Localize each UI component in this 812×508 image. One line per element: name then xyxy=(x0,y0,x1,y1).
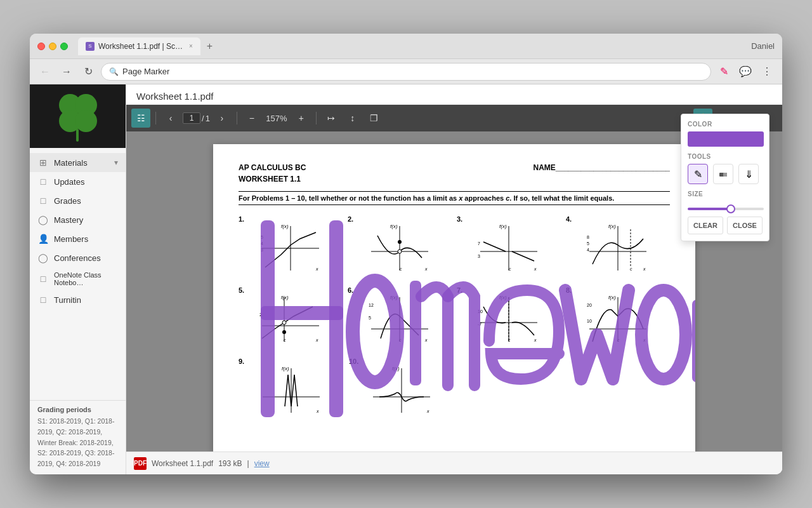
tab-close-icon[interactable]: × xyxy=(189,43,193,50)
graph-4: 4. f(x) 8 5 4 x c xyxy=(566,215,670,279)
tab-label: Worksheet 1.1.pdf | Sc… xyxy=(98,42,183,51)
bubble-icon-button[interactable]: 💬 xyxy=(737,63,754,81)
download-tool-button[interactable]: ⇓ xyxy=(738,164,759,184)
graphs-row-1: 1. f(x) x 5 4 3 xyxy=(239,215,670,279)
svg-text:x: x xyxy=(534,338,537,342)
svg-text:4: 4 xyxy=(261,241,263,246)
svg-text:f(x): f(x) xyxy=(499,224,507,229)
svg-text:x: x xyxy=(315,338,318,342)
eraser-tool-button[interactable] xyxy=(713,164,733,184)
onenote-label: OneNote Class Notebo… xyxy=(54,271,118,286)
close-button[interactable]: CLOSE xyxy=(727,217,763,234)
close-button[interactable] xyxy=(37,43,45,50)
zoom-out-button[interactable]: − xyxy=(242,109,261,128)
tab-favicon: S xyxy=(86,42,95,51)
svg-text:c: c xyxy=(399,338,402,342)
svg-text:x: x xyxy=(643,338,646,342)
svg-text:10: 10 xyxy=(478,309,483,314)
user-name: Daniel xyxy=(751,41,775,51)
svg-text:x: x xyxy=(315,267,318,271)
members-label: Members xyxy=(54,234,88,244)
graph-7: 7. f(x) 10 -7 x c xyxy=(457,286,561,350)
svg-text:f(x): f(x) xyxy=(282,366,289,371)
svg-text:5: 5 xyxy=(261,235,263,239)
forward-button[interactable]: → xyxy=(58,63,75,81)
svg-text:x: x xyxy=(424,338,428,342)
svg-text:7: 7 xyxy=(478,241,480,246)
svg-text:12: 12 xyxy=(369,303,374,307)
graph-5: 5. f(x) 2 x c xyxy=(239,286,343,350)
color-swatch[interactable] xyxy=(688,131,764,147)
active-tab[interactable]: S Worksheet 1.1.pdf | Sc… × xyxy=(78,37,200,55)
page-nav: / 1 xyxy=(183,112,210,124)
sidebar-thumbnail xyxy=(30,84,126,148)
address-text: Page Marker xyxy=(122,67,169,76)
minimize-button[interactable] xyxy=(49,43,56,50)
address-bar[interactable]: 🔍 Page Marker xyxy=(101,63,711,81)
svg-text:f(x): f(x) xyxy=(608,295,616,300)
svg-rect-74 xyxy=(692,300,695,382)
svg-text:f(x): f(x) xyxy=(390,224,398,229)
main-window: S Worksheet 1.1.pdf | Sc… × + Daniel ← →… xyxy=(30,34,782,474)
pen-icon-button[interactable]: ✎ xyxy=(715,63,733,81)
svg-text:4: 4 xyxy=(587,248,589,252)
mastery-icon: ◯ xyxy=(37,214,49,225)
fit-width-button[interactable]: ↦ xyxy=(322,109,341,128)
maximize-button[interactable] xyxy=(60,43,68,50)
svg-text:x: x xyxy=(424,267,428,271)
onenote-icon: □ xyxy=(37,273,49,284)
sidebar-nav: ⊞ Materials ▾ □ Updates □ Grades ◯ Maste… xyxy=(30,148,126,400)
pen-tool-button[interactable]: ✎ xyxy=(688,164,708,184)
toolbar-right: ✎ 💬 ⋮ xyxy=(715,63,776,81)
pdf-icon: PDF xyxy=(134,457,147,470)
svg-text:10: 10 xyxy=(587,319,592,323)
svg-text:c: c xyxy=(508,338,511,342)
svg-text:x: x xyxy=(534,267,537,271)
graph-3: 3. f(x) 7 3 x c xyxy=(457,215,561,279)
conferences-label: Conferences xyxy=(54,253,101,263)
sidebar-item-materials[interactable]: ⊞ Materials ▾ xyxy=(30,153,126,172)
grading-info-text: S1: 2018-2019, Q1: 2018-2019, Q2: 2018-2… xyxy=(37,416,118,469)
back-button[interactable]: ← xyxy=(36,63,54,81)
clover-image xyxy=(53,91,103,142)
grading-info-title: Grading periods xyxy=(37,406,118,413)
svg-text:5: 5 xyxy=(587,241,589,246)
sidebar-item-turnitin[interactable]: □ Turnitin xyxy=(30,290,126,309)
fit-page-button[interactable]: ↕ xyxy=(343,109,362,128)
footer-filename: Worksheet 1.1.pdf xyxy=(152,459,213,468)
more-options-button[interactable]: ⋮ xyxy=(758,63,776,81)
svg-text:c: c xyxy=(630,267,632,271)
sidebar-item-members[interactable]: 👤 Members xyxy=(30,229,126,248)
turnitin-label: Turnitin xyxy=(54,295,81,305)
svg-text:3: 3 xyxy=(478,254,480,258)
sidebar-item-mastery[interactable]: ◯ Mastery xyxy=(30,210,126,229)
next-page-button[interactable]: › xyxy=(213,109,232,128)
prev-page-button[interactable]: ‹ xyxy=(161,109,180,128)
sidebar-item-grades[interactable]: □ Grades xyxy=(30,191,126,210)
fullscreen-button[interactable]: ❐ xyxy=(365,109,384,128)
page-number-input[interactable] xyxy=(183,112,200,124)
search-icon: 🔍 xyxy=(109,67,119,76)
panel-actions: CLEAR CLOSE xyxy=(688,217,763,234)
svg-text:x: x xyxy=(316,409,319,413)
zoom-in-button[interactable]: + xyxy=(292,109,311,128)
sidebar-item-onenote[interactable]: □ OneNote Class Notebo… xyxy=(30,267,126,290)
pdf-footer: PDF Worksheet 1.1.pdf 193 kB | view xyxy=(126,451,782,474)
svg-point-34 xyxy=(282,330,286,334)
size-slider[interactable] xyxy=(688,208,764,210)
sidebar-item-updates[interactable]: □ Updates xyxy=(30,172,126,191)
sidebar-item-conferences[interactable]: ◯ Conferences xyxy=(30,248,126,267)
materials-icon: ⊞ xyxy=(37,157,49,168)
annotation-panel: COLOR TOOLS ✎ ⇓ SIZE CLEAR CLOSE xyxy=(681,114,769,241)
svg-text:x: x xyxy=(426,409,429,413)
thumbnail-view-button[interactable]: ☷ xyxy=(131,109,150,128)
clear-button[interactable]: CLEAR xyxy=(688,217,723,234)
new-tab-button[interactable]: + xyxy=(203,39,216,53)
svg-point-33 xyxy=(282,321,286,324)
footer-view-link[interactable]: view xyxy=(254,459,270,468)
reload-button[interactable]: ↻ xyxy=(79,63,97,81)
svg-point-11 xyxy=(398,240,402,244)
updates-icon: □ xyxy=(37,176,49,187)
svg-text:f(x): f(x) xyxy=(392,366,400,371)
svg-text:5: 5 xyxy=(369,316,371,320)
